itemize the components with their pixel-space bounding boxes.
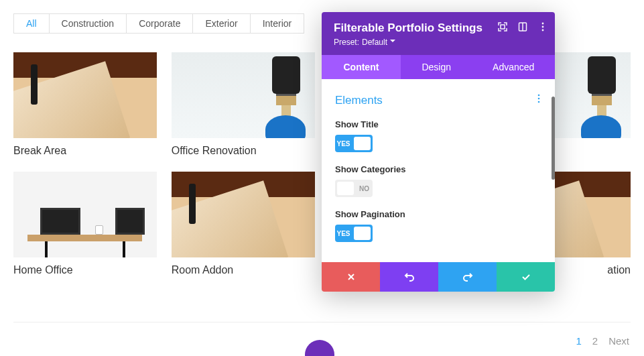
- tab-design[interactable]: Design: [401, 55, 472, 79]
- responsive-icon[interactable]: [517, 21, 528, 32]
- filter-construction[interactable]: Construction: [49, 13, 127, 34]
- svg-point-8: [538, 101, 540, 103]
- filter-corporate[interactable]: Corporate: [126, 13, 193, 34]
- field-label: Show Title: [335, 119, 541, 129]
- filter-all[interactable]: All: [13, 13, 50, 34]
- pagination: 1 2 Next: [576, 335, 629, 347]
- settings-panel: Filterable Portfolio Settings Preset: De…: [322, 12, 555, 292]
- save-button[interactable]: [497, 262, 555, 292]
- panel-actions: [322, 262, 555, 292]
- field-label: Show Categories: [335, 164, 541, 174]
- portfolio-thumb: [13, 52, 157, 138]
- tab-content[interactable]: Content: [322, 55, 401, 79]
- field-show-title: Show Title YES: [335, 119, 541, 152]
- cancel-button[interactable]: [322, 262, 380, 292]
- divider: [13, 322, 631, 322]
- toggle-on-text: YES: [335, 225, 352, 242]
- chevron-down-icon: [390, 38, 395, 47]
- portfolio-title: Home Office: [13, 264, 157, 276]
- toggle-knob: [354, 227, 371, 240]
- portfolio-title: Office Renovation: [172, 145, 315, 157]
- toggle-knob: [354, 137, 371, 150]
- portfolio-item[interactable]: Break Area: [13, 52, 157, 157]
- svg-rect-0: [501, 25, 505, 29]
- module-add-button[interactable]: [305, 340, 334, 356]
- panel-body: Elements Show Title YES Show Categories …: [322, 79, 555, 262]
- portfolio-thumb: [172, 172, 315, 257]
- page-2[interactable]: 2: [592, 335, 598, 347]
- portfolio-item[interactable]: Office Renovation: [172, 52, 315, 157]
- portfolio-thumb: [13, 172, 157, 257]
- section-menu-icon[interactable]: [535, 94, 543, 105]
- scrollbar[interactable]: [552, 97, 555, 180]
- portfolio-item[interactable]: Room Addon: [172, 172, 315, 276]
- panel-header[interactable]: Filterable Portfolio Settings Preset: De…: [322, 12, 555, 55]
- expand-icon[interactable]: [497, 21, 508, 32]
- svg-point-7: [538, 98, 540, 100]
- tab-advanced[interactable]: Advanced: [472, 55, 555, 79]
- more-icon[interactable]: [537, 21, 548, 32]
- field-show-pagination: Show Pagination YES: [335, 209, 541, 242]
- preset-selector[interactable]: Preset: Default: [334, 38, 543, 47]
- toggle-show-categories[interactable]: NO: [335, 180, 373, 197]
- toggle-on-text: YES: [335, 135, 352, 152]
- portfolio-title: Break Area: [13, 145, 157, 157]
- section-title[interactable]: Elements: [335, 94, 541, 107]
- toggle-show-title[interactable]: YES: [335, 135, 373, 152]
- page-next[interactable]: Next: [608, 335, 629, 347]
- portfolio-title: Room Addon: [172, 264, 315, 276]
- toggle-show-pagination[interactable]: YES: [335, 225, 373, 242]
- svg-point-3: [542, 23, 544, 25]
- preset-label: Preset:: [334, 38, 359, 47]
- svg-point-5: [542, 29, 544, 32]
- svg-point-4: [542, 26, 544, 28]
- redo-button[interactable]: [438, 262, 497, 292]
- portfolio-item[interactable]: Home Office: [13, 172, 157, 276]
- panel-tabs: Content Design Advanced: [322, 55, 555, 79]
- preset-value: Default: [362, 38, 387, 47]
- page-1[interactable]: 1: [576, 335, 581, 347]
- portfolio-thumb: [172, 52, 315, 138]
- svg-point-6: [538, 95, 540, 97]
- toggle-knob: [337, 182, 354, 195]
- filter-exterior[interactable]: Exterior: [192, 13, 250, 34]
- field-label: Show Pagination: [335, 209, 541, 219]
- filter-interior[interactable]: Interior: [250, 13, 305, 34]
- undo-button[interactable]: [380, 262, 438, 292]
- field-show-categories: Show Categories NO: [335, 164, 541, 197]
- toggle-off-text: NO: [356, 180, 373, 197]
